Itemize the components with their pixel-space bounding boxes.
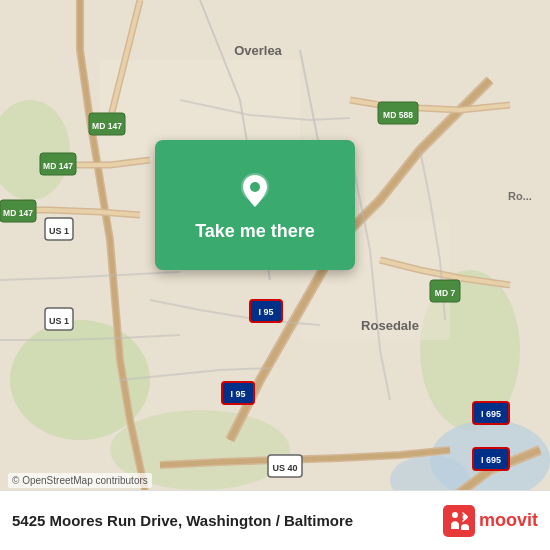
- svg-text:MD 7: MD 7: [435, 288, 456, 298]
- svg-text:MD 588: MD 588: [383, 110, 413, 120]
- svg-rect-40: [443, 505, 475, 537]
- svg-point-41: [452, 512, 458, 518]
- svg-text:US 1: US 1: [49, 316, 69, 326]
- svg-text:I 695: I 695: [481, 409, 501, 419]
- svg-text:US 40: US 40: [272, 463, 297, 473]
- svg-text:I 695: I 695: [481, 455, 501, 465]
- svg-text:Rosedale: Rosedale: [361, 318, 419, 333]
- svg-text:US 1: US 1: [49, 226, 69, 236]
- take-me-there-card[interactable]: Take me there: [155, 140, 355, 270]
- svg-text:MD 147: MD 147: [92, 121, 122, 131]
- svg-text:Ro...: Ro...: [508, 190, 532, 202]
- bottom-bar: 5425 Moores Run Drive, Washington / Balt…: [0, 490, 550, 550]
- map-container: US 1 US 1 MD 147 MD 147 MD 147 MD 588 I …: [0, 0, 550, 550]
- svg-point-39: [250, 182, 260, 192]
- map-attribution: © OpenStreetMap contributors: [8, 473, 152, 488]
- address-text: 5425 Moores Run Drive, Washington / Balt…: [12, 512, 353, 529]
- address-section: 5425 Moores Run Drive, Washington / Balt…: [12, 512, 353, 529]
- map-pin-icon: [233, 169, 277, 213]
- svg-text:MD 147: MD 147: [43, 161, 73, 171]
- moovit-brand-text: moovit: [479, 510, 538, 531]
- svg-text:I 95: I 95: [258, 307, 273, 317]
- moovit-brand-icon: [443, 505, 475, 537]
- take-me-there-button-label: Take me there: [195, 221, 315, 242]
- map-roads: US 1 US 1 MD 147 MD 147 MD 147 MD 588 I …: [0, 0, 550, 550]
- svg-text:I 95: I 95: [230, 389, 245, 399]
- svg-text:Overlea: Overlea: [234, 43, 282, 58]
- moovit-logo: moovit: [443, 505, 538, 537]
- svg-text:MD 147: MD 147: [3, 208, 33, 218]
